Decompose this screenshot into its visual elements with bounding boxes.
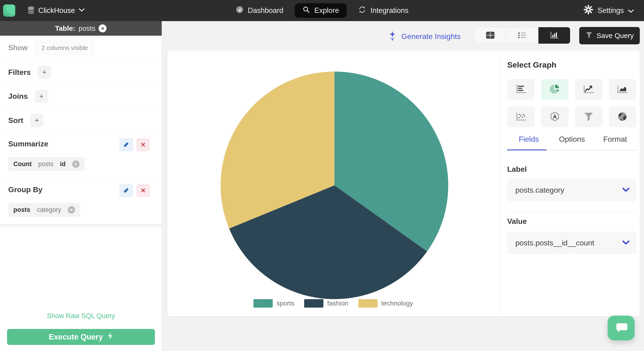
add-sort-button[interactable]: + <box>30 114 44 127</box>
view-toggle-chart[interactable] <box>538 27 570 44</box>
legend-label: technology <box>382 300 413 307</box>
pie-chart <box>220 72 448 299</box>
chart-area: sports fashion technology <box>167 50 499 316</box>
graph-option-area[interactable] <box>609 79 636 100</box>
graph-option-geo[interactable] <box>609 106 636 127</box>
table-bar-prefix: Table: <box>55 24 75 32</box>
legend-item[interactable]: sports <box>254 299 294 308</box>
nav-label-explore: Explore <box>314 6 339 15</box>
summarize-section: Summarize Count posts id <box>0 132 162 178</box>
edit-summarize-button[interactable] <box>120 138 133 151</box>
remove-table-icon[interactable] <box>98 24 106 32</box>
sort-label: Sort <box>8 116 23 125</box>
sparkle-icon <box>388 30 397 42</box>
config-tabs: Fields Options Format <box>507 135 637 149</box>
chevron-down-icon <box>622 240 630 246</box>
table-bar-name: posts <box>78 24 96 32</box>
result-card: sports fashion technology Select Graph <box>167 50 640 316</box>
bar-chart-icon <box>549 31 560 40</box>
bar-horizontal-icon <box>515 84 527 95</box>
chip-column: id <box>60 160 66 168</box>
edit-group-by-button[interactable] <box>120 184 133 197</box>
show-label: Show <box>8 44 28 52</box>
view-toggle <box>474 27 570 44</box>
table-view-icon <box>485 31 496 40</box>
group-by-title: Group By <box>8 185 42 194</box>
group-by-chip[interactable]: posts category <box>8 203 80 217</box>
label-field-heading: Label <box>507 165 527 174</box>
graph-option-bar[interactable] <box>507 79 535 100</box>
chip-table: posts <box>38 160 54 168</box>
summarize-title: Summarize <box>8 140 48 148</box>
top-navbar: ClickHouse Dashboard <box>0 0 644 21</box>
generate-insights-label: Generate Insights <box>401 32 461 41</box>
select-graph-title: Select Graph <box>507 60 556 70</box>
legend-label: fashion <box>327 300 348 307</box>
chevron-down-icon <box>628 6 634 15</box>
view-toggle-list[interactable] <box>506 27 538 44</box>
legend-item[interactable]: technology <box>358 299 413 308</box>
chevron-down-icon <box>622 188 630 193</box>
graph-option-radar[interactable] <box>541 106 568 127</box>
funnel-icon <box>583 112 594 122</box>
globe-icon <box>617 111 628 123</box>
chat-widget-button[interactable] <box>608 316 634 340</box>
chip-function: Count <box>14 160 32 168</box>
area-chart-icon <box>616 84 629 95</box>
summarize-chip[interactable]: Count posts id <box>8 157 85 171</box>
view-toggle-table[interactable] <box>474 27 506 44</box>
group-by-section: Group By posts category <box>0 178 162 224</box>
label-field-dropdown[interactable]: posts.category <box>507 179 636 201</box>
execute-query-button[interactable]: Execute Query <box>7 329 155 345</box>
nav-label-dashboard: Dashboard <box>248 6 284 15</box>
execute-query-label: Execute Query <box>48 332 103 342</box>
nav-item-dashboard[interactable]: Dashboard <box>233 3 286 18</box>
value-field-value: posts.posts__id__count <box>516 238 594 247</box>
tab-format[interactable]: Format <box>594 135 637 149</box>
delete-summarize-button[interactable] <box>136 138 150 151</box>
legend-swatch <box>358 299 378 308</box>
chat-bubble-icon <box>615 322 628 334</box>
tab-underline-active <box>507 150 546 150</box>
legend-item[interactable]: fashion <box>304 299 348 308</box>
settings-menu[interactable]: Settings <box>584 0 634 21</box>
save-query-label: Save Query <box>596 32 634 40</box>
lightning-icon <box>107 332 113 342</box>
search-icon <box>302 6 310 15</box>
graph-option-funnel[interactable] <box>575 106 602 127</box>
sidebar-content-shadow <box>0 224 162 228</box>
radar-chart-icon <box>549 111 561 123</box>
columns-visible-pill[interactable]: 2 columns visible <box>35 40 95 55</box>
generate-insights-button[interactable]: Generate Insights <box>388 28 461 44</box>
graph-option-scatter[interactable] <box>507 106 535 127</box>
gauge-icon <box>236 6 244 16</box>
value-field-dropdown[interactable]: posts.posts__id__count <box>507 232 636 254</box>
nav-label-integrations: Integrations <box>370 6 408 15</box>
pie-chart-icon <box>548 83 562 96</box>
graph-config-panel: Select Graph <box>499 50 640 316</box>
tab-fields[interactable]: Fields <box>507 135 550 149</box>
nav-item-integrations[interactable]: Integrations <box>356 3 411 18</box>
query-builder-sidebar: Table: posts Show 2 columns visible Filt… <box>0 21 162 351</box>
add-filter-button[interactable]: + <box>38 66 51 79</box>
gear-icon <box>584 5 593 16</box>
delete-group-by-button[interactable] <box>136 184 150 197</box>
pencil-icon <box>123 187 130 194</box>
nav-item-explore[interactable]: Explore <box>294 3 347 18</box>
graph-option-pie[interactable] <box>541 79 568 100</box>
chart-legend: sports fashion technology <box>167 299 499 308</box>
tab-options[interactable]: Options <box>550 135 594 149</box>
scatter-plot-icon <box>515 112 527 122</box>
show-raw-sql-link[interactable]: Show Raw SQL Query <box>0 312 162 320</box>
sync-icon <box>358 6 366 16</box>
pencil-icon <box>123 141 130 148</box>
add-join-button[interactable]: + <box>35 90 48 103</box>
remove-group-by-chip-icon[interactable] <box>68 206 75 214</box>
list-view-icon <box>517 31 528 40</box>
graph-option-line[interactable] <box>575 79 602 100</box>
table-bar: Table: posts <box>0 21 162 36</box>
chip-column: category <box>37 206 61 214</box>
save-query-button[interactable]: Save Query <box>579 27 640 44</box>
remove-summarize-chip-icon[interactable] <box>72 160 80 168</box>
value-field-heading: Value <box>507 217 527 226</box>
